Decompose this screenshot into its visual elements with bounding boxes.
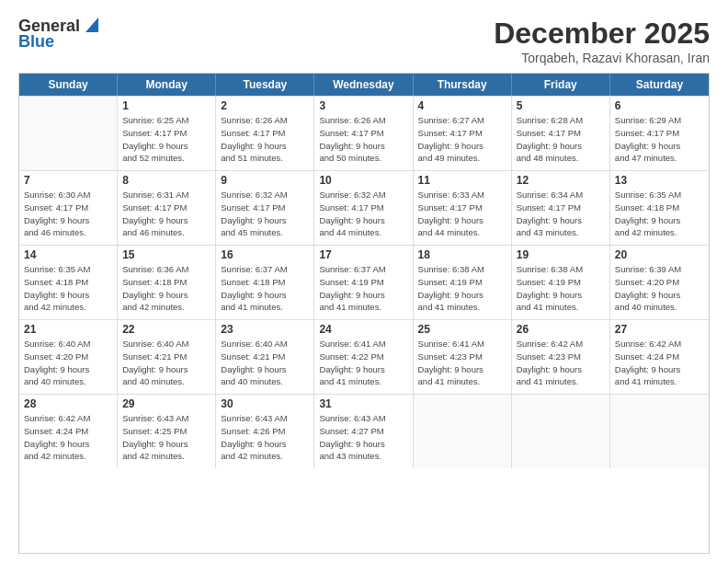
day-info: Sunrise: 6:28 AM Sunset: 4:17 PM Dayligh…	[517, 114, 605, 165]
day-number: 11	[418, 174, 506, 187]
day-info: Sunrise: 6:32 AM Sunset: 4:17 PM Dayligh…	[319, 189, 407, 239]
day-number: 10	[319, 174, 407, 187]
day-number: 13	[615, 174, 704, 187]
calendar-cell: 21Sunrise: 6:40 AM Sunset: 4:20 PM Dayli…	[19, 320, 118, 394]
calendar-row: 21Sunrise: 6:40 AM Sunset: 4:20 PM Dayli…	[19, 319, 709, 394]
day-number: 6	[615, 99, 704, 112]
calendar-cell: 5Sunrise: 6:28 AM Sunset: 4:17 PM Daylig…	[512, 97, 610, 170]
calendar-row: 1Sunrise: 6:25 AM Sunset: 4:17 PM Daylig…	[19, 96, 709, 170]
calendar-row: 14Sunrise: 6:35 AM Sunset: 4:18 PM Dayli…	[19, 245, 709, 319]
calendar-cell: 6Sunrise: 6:29 AM Sunset: 4:17 PM Daylig…	[610, 97, 709, 170]
calendar-cell: 4Sunrise: 6:27 AM Sunset: 4:17 PM Daylig…	[414, 97, 512, 170]
day-info: Sunrise: 6:39 AM Sunset: 4:20 PM Dayligh…	[615, 263, 704, 314]
day-number: 3	[319, 99, 407, 112]
day-info: Sunrise: 6:37 AM Sunset: 4:19 PM Dayligh…	[319, 263, 407, 314]
day-info: Sunrise: 6:40 AM Sunset: 4:21 PM Dayligh…	[221, 338, 309, 388]
day-number: 21	[24, 323, 112, 336]
day-info: Sunrise: 6:40 AM Sunset: 4:20 PM Dayligh…	[24, 338, 112, 388]
calendar-cell: 30Sunrise: 6:43 AM Sunset: 4:26 PM Dayli…	[216, 395, 314, 468]
calendar-cell: 23Sunrise: 6:40 AM Sunset: 4:21 PM Dayli…	[216, 320, 314, 394]
calendar-cell: 3Sunrise: 6:26 AM Sunset: 4:17 PM Daylig…	[314, 97, 413, 170]
day-number: 7	[24, 174, 112, 187]
weekday-header: Friday	[512, 74, 610, 96]
calendar-cell: 15Sunrise: 6:36 AM Sunset: 4:18 PM Dayli…	[118, 246, 216, 319]
calendar-cell: 14Sunrise: 6:35 AM Sunset: 4:18 PM Dayli…	[19, 246, 118, 319]
calendar-cell: 22Sunrise: 6:40 AM Sunset: 4:21 PM Dayli…	[118, 320, 216, 394]
day-number: 1	[122, 99, 210, 112]
day-info: Sunrise: 6:42 AM Sunset: 4:23 PM Dayligh…	[517, 338, 605, 388]
day-number: 12	[517, 174, 605, 187]
calendar-row: 28Sunrise: 6:42 AM Sunset: 4:24 PM Dayli…	[19, 394, 709, 468]
day-info: Sunrise: 6:34 AM Sunset: 4:17 PM Dayligh…	[517, 189, 605, 239]
calendar-header: SundayMondayTuesdayWednesdayThursdayFrid…	[19, 74, 709, 96]
weekday-header: Monday	[118, 74, 216, 96]
calendar-cell: 9Sunrise: 6:32 AM Sunset: 4:17 PM Daylig…	[216, 171, 314, 245]
logo-triangle-icon	[82, 17, 98, 34]
day-number: 29	[122, 397, 210, 410]
day-number: 17	[319, 248, 407, 261]
day-number: 24	[319, 323, 407, 336]
day-number: 8	[122, 174, 210, 187]
svg-marker-0	[85, 17, 98, 32]
day-info: Sunrise: 6:40 AM Sunset: 4:21 PM Dayligh…	[122, 338, 210, 388]
calendar-cell: 7Sunrise: 6:30 AM Sunset: 4:17 PM Daylig…	[19, 171, 118, 245]
page: General Blue December 2025 Torqabeh, Raz…	[0, 0, 728, 563]
calendar-cell: 31Sunrise: 6:43 AM Sunset: 4:27 PM Dayli…	[314, 395, 413, 468]
day-number: 23	[221, 323, 309, 336]
day-info: Sunrise: 6:42 AM Sunset: 4:24 PM Dayligh…	[24, 412, 112, 463]
day-info: Sunrise: 6:43 AM Sunset: 4:25 PM Dayligh…	[122, 412, 210, 463]
calendar-cell	[414, 395, 512, 468]
calendar-cell: 11Sunrise: 6:33 AM Sunset: 4:17 PM Dayli…	[414, 171, 512, 245]
day-info: Sunrise: 6:35 AM Sunset: 4:18 PM Dayligh…	[615, 189, 704, 239]
calendar-cell: 25Sunrise: 6:41 AM Sunset: 4:23 PM Dayli…	[414, 320, 512, 394]
calendar-cell: 24Sunrise: 6:41 AM Sunset: 4:22 PM Dayli…	[314, 320, 413, 394]
day-number: 5	[517, 99, 605, 112]
day-number: 18	[418, 248, 506, 261]
calendar-cell: 12Sunrise: 6:34 AM Sunset: 4:17 PM Dayli…	[512, 171, 610, 245]
day-number: 20	[615, 248, 704, 261]
logo: General Blue	[18, 17, 98, 52]
weekday-header: Tuesday	[216, 74, 314, 96]
day-number: 25	[418, 323, 506, 336]
calendar-cell: 13Sunrise: 6:35 AM Sunset: 4:18 PM Dayli…	[610, 171, 709, 245]
calendar-cell: 2Sunrise: 6:26 AM Sunset: 4:17 PM Daylig…	[216, 97, 314, 170]
calendar-body: 1Sunrise: 6:25 AM Sunset: 4:17 PM Daylig…	[19, 96, 709, 468]
calendar: SundayMondayTuesdayWednesdayThursdayFrid…	[18, 73, 710, 554]
subtitle: Torqabeh, Razavi Khorasan, Iran	[494, 51, 710, 65]
day-info: Sunrise: 6:38 AM Sunset: 4:19 PM Dayligh…	[418, 263, 506, 314]
day-info: Sunrise: 6:26 AM Sunset: 4:17 PM Dayligh…	[319, 114, 407, 165]
day-number: 19	[517, 248, 605, 261]
day-info: Sunrise: 6:43 AM Sunset: 4:26 PM Dayligh…	[221, 412, 309, 463]
day-info: Sunrise: 6:36 AM Sunset: 4:18 PM Dayligh…	[122, 263, 210, 314]
calendar-cell: 8Sunrise: 6:31 AM Sunset: 4:17 PM Daylig…	[118, 171, 216, 245]
calendar-cell: 28Sunrise: 6:42 AM Sunset: 4:24 PM Dayli…	[19, 395, 118, 468]
day-number: 22	[122, 323, 210, 336]
day-info: Sunrise: 6:35 AM Sunset: 4:18 PM Dayligh…	[24, 263, 112, 314]
day-info: Sunrise: 6:41 AM Sunset: 4:23 PM Dayligh…	[418, 338, 506, 388]
calendar-cell: 19Sunrise: 6:38 AM Sunset: 4:19 PM Dayli…	[512, 246, 610, 319]
calendar-cell	[512, 395, 610, 468]
day-number: 30	[221, 397, 309, 410]
day-info: Sunrise: 6:27 AM Sunset: 4:17 PM Dayligh…	[418, 114, 506, 165]
calendar-cell: 26Sunrise: 6:42 AM Sunset: 4:23 PM Dayli…	[512, 320, 610, 394]
day-number: 27	[615, 323, 704, 336]
day-number: 2	[221, 99, 309, 112]
weekday-header: Saturday	[610, 74, 709, 96]
day-info: Sunrise: 6:37 AM Sunset: 4:18 PM Dayligh…	[221, 263, 309, 314]
day-number: 4	[418, 99, 506, 112]
day-info: Sunrise: 6:41 AM Sunset: 4:22 PM Dayligh…	[319, 338, 407, 388]
main-title: December 2025	[494, 17, 710, 51]
day-info: Sunrise: 6:26 AM Sunset: 4:17 PM Dayligh…	[221, 114, 309, 165]
calendar-cell: 17Sunrise: 6:37 AM Sunset: 4:19 PM Dayli…	[314, 246, 413, 319]
calendar-cell: 29Sunrise: 6:43 AM Sunset: 4:25 PM Dayli…	[118, 395, 216, 468]
day-info: Sunrise: 6:42 AM Sunset: 4:24 PM Dayligh…	[615, 338, 704, 388]
day-number: 28	[24, 397, 112, 410]
title-section: December 2025 Torqabeh, Razavi Khorasan,…	[494, 17, 710, 65]
weekday-header: Wednesday	[314, 74, 413, 96]
day-info: Sunrise: 6:43 AM Sunset: 4:27 PM Dayligh…	[319, 412, 407, 463]
day-info: Sunrise: 6:38 AM Sunset: 4:19 PM Dayligh…	[517, 263, 605, 314]
calendar-cell: 1Sunrise: 6:25 AM Sunset: 4:17 PM Daylig…	[118, 97, 216, 170]
day-number: 31	[319, 397, 407, 410]
day-number: 16	[221, 248, 309, 261]
weekday-header: Sunday	[19, 74, 118, 96]
